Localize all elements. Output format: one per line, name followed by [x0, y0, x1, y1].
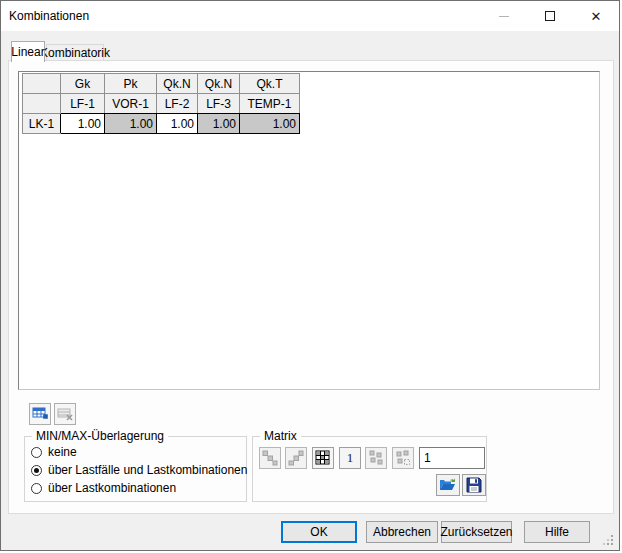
- tab-kombinatorik[interactable]: Kombinatorik: [46, 44, 104, 61]
- matrix-random-button[interactable]: [365, 447, 387, 469]
- radio-icon: [31, 465, 42, 476]
- help-button[interactable]: Hilfe: [524, 521, 590, 543]
- ok-button[interactable]: OK: [281, 521, 357, 543]
- maximize-icon: [545, 11, 555, 21]
- table-row: LK-1 1.00 1.00 1.00 1.00 1.00: [23, 114, 300, 134]
- minimize-button[interactable]: [481, 1, 527, 31]
- col-header: Qk.N: [157, 74, 198, 94]
- matrix-factor-input[interactable]: [419, 447, 485, 469]
- radio-lastfaelle-label: über Lastfälle und Lastkombinationen: [48, 463, 247, 477]
- factor-cell[interactable]: 1.00: [105, 114, 157, 134]
- combination-table: Gk Pk Qk.N Qk.N Qk.T LF-1 VOR-1 LF-2 LF-…: [22, 73, 300, 134]
- col-header: Qk.T: [240, 74, 300, 94]
- cancel-button[interactable]: Abbrechen: [366, 521, 438, 543]
- close-icon: ✕: [591, 10, 602, 23]
- cancel-label: Abbrechen: [373, 525, 431, 539]
- factor-cell[interactable]: 1.00: [157, 114, 198, 134]
- matrix-full-button[interactable]: [312, 447, 334, 469]
- kombinationen-dialog: Kombinationen ✕ Linear Kombinatorik Gk P…: [0, 0, 620, 551]
- col-header: Pk: [105, 74, 157, 94]
- random-matrix-icon: [368, 450, 384, 466]
- diagonal-up-icon: [288, 450, 304, 466]
- open-matrix-button[interactable]: [436, 474, 460, 496]
- matrix-diagonal-up-button[interactable]: [285, 447, 307, 469]
- matrix-random-partial-button[interactable]: [392, 447, 414, 469]
- col-header: TEMP-1: [240, 94, 300, 114]
- tab-linear[interactable]: Linear: [11, 41, 45, 62]
- col-header: LF-1: [61, 94, 105, 114]
- col-header: LF-2: [157, 94, 198, 114]
- window-title: Kombinationen: [1, 9, 89, 23]
- factor-cell[interactable]: 1.00: [61, 114, 105, 134]
- radio-lastfaelle-und-lastkombinationen[interactable]: über Lastfälle und Lastkombinationen: [31, 463, 247, 477]
- matrix-diagonal-down-button[interactable]: [259, 447, 281, 469]
- minimize-icon: [499, 16, 509, 17]
- corner-cell: [23, 74, 61, 94]
- tabpage-linear: Gk Pk Qk.N Qk.N Qk.T LF-1 VOR-1 LF-2 LF-…: [8, 60, 614, 514]
- col-header: Qk.N: [198, 74, 240, 94]
- radio-icon: [31, 483, 42, 494]
- tab-linear-label: Linear: [11, 45, 44, 59]
- resize-grip[interactable]: [603, 535, 614, 546]
- one-icon: 1: [347, 450, 354, 466]
- delete-combination-button[interactable]: [54, 403, 76, 425]
- close-button[interactable]: ✕: [573, 1, 619, 31]
- window-controls: ✕: [481, 1, 619, 31]
- minmax-groupbox: MIN/MAX-Überlagerung keine über Lastfäll…: [24, 436, 247, 502]
- matrix-groupbox: Matrix: [252, 436, 487, 502]
- maximize-button[interactable]: [527, 1, 573, 31]
- factor-cell[interactable]: 1.00: [198, 114, 240, 134]
- radio-lastkombinationen-label: über Lastkombinationen: [48, 481, 176, 495]
- tab-kombinatorik-label: Kombinatorik: [40, 46, 110, 60]
- col-header: LF-3: [198, 94, 240, 114]
- combination-grid-panel[interactable]: Gk Pk Qk.N Qk.N Qk.T LF-1 VOR-1 LF-2 LF-…: [18, 71, 600, 390]
- reset-button[interactable]: Zurücksetzen: [441, 521, 512, 543]
- add-combination-button[interactable]: [29, 403, 51, 425]
- matrix-ones-button[interactable]: 1: [339, 447, 361, 469]
- add-table-icon: [32, 406, 49, 422]
- titlebar: Kombinationen ✕: [1, 1, 619, 31]
- ok-label: OK: [310, 525, 327, 539]
- table-row: LF-1 VOR-1 LF-2 LF-3 TEMP-1: [23, 94, 300, 114]
- col-header: Gk: [61, 74, 105, 94]
- full-matrix-icon: [315, 450, 331, 466]
- row-header: LK-1: [23, 114, 61, 134]
- delete-row-icon: [57, 406, 74, 422]
- save-matrix-button[interactable]: [462, 474, 486, 496]
- diagonal-down-icon: [262, 450, 278, 466]
- radio-lastkombinationen[interactable]: über Lastkombinationen: [31, 481, 176, 495]
- minmax-group-title: MIN/MAX-Überlagerung: [32, 429, 168, 443]
- matrix-group-title: Matrix: [260, 429, 301, 443]
- factor-cell[interactable]: 1.00: [240, 114, 300, 134]
- radio-keine-label: keine: [48, 445, 77, 459]
- radio-keine[interactable]: keine: [31, 445, 77, 459]
- table-row: Gk Pk Qk.N Qk.N Qk.T: [23, 74, 300, 94]
- random-matrix-dotted-icon: [395, 450, 411, 466]
- help-label: Hilfe: [545, 525, 569, 539]
- reset-label: Zurücksetzen: [440, 525, 512, 539]
- save-icon: [466, 477, 482, 493]
- radio-icon: [31, 447, 42, 458]
- open-folder-icon: [439, 477, 457, 493]
- col-header: VOR-1: [105, 94, 157, 114]
- corner-cell: [23, 94, 61, 114]
